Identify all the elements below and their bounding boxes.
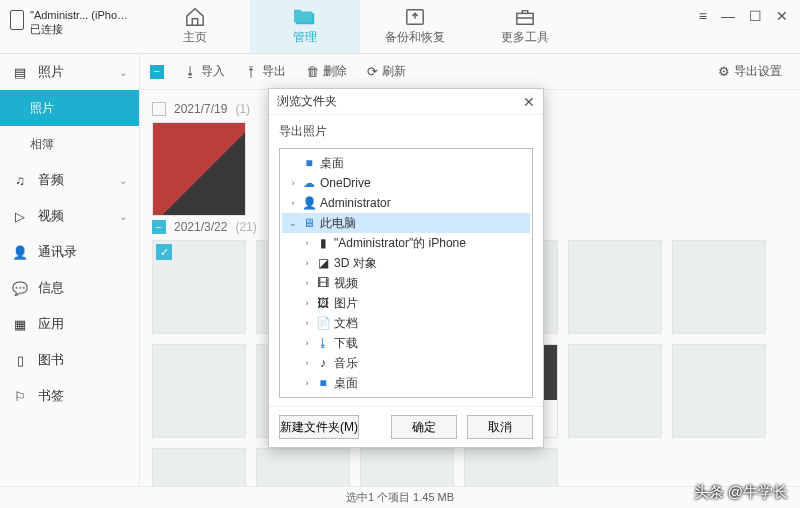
video-icon: 🎞 (316, 276, 330, 290)
browse-folder-dialog: 浏览文件夹 ✕ 导出照片 ■桌面 ›☁OneDrive ›👤Administra… (268, 88, 544, 448)
watermark: 头条 @牛学长 (694, 483, 788, 502)
tree-node-iphone[interactable]: ›▮"Administrator"的 iPhone (282, 233, 530, 253)
tree-node-onedrive[interactable]: ›☁OneDrive (282, 173, 530, 193)
desktop-icon: ■ (316, 376, 330, 390)
tree-node-music[interactable]: ›♪音乐 (282, 353, 530, 373)
desktop-icon: ■ (302, 156, 316, 170)
cloud-icon: ☁ (302, 176, 316, 190)
drive-icon: ⊟ (316, 396, 330, 398)
folder-tree[interactable]: ■桌面 ›☁OneDrive ›👤Administrator ⌄🖥此电脑 ›▮"… (279, 148, 533, 398)
tree-node-user[interactable]: ›👤Administrator (282, 193, 530, 213)
download-icon: ⭳ (316, 336, 330, 350)
user-icon: 👤 (302, 196, 316, 210)
dialog-subtitle: 导出照片 (269, 115, 543, 148)
dialog-buttons: 新建文件夹(M) 确定 取消 (269, 406, 543, 447)
cancel-button[interactable]: 取消 (467, 415, 533, 439)
tree-node-disk-c[interactable]: ›⊟本地磁盘 (C:) (282, 393, 530, 398)
phone-icon: ▮ (316, 236, 330, 250)
pictures-icon: 🖼 (316, 296, 330, 310)
ok-button[interactable]: 确定 (391, 415, 457, 439)
tree-node-thispc[interactable]: ⌄🖥此电脑 (282, 213, 530, 233)
tree-node-pictures[interactable]: ›🖼图片 (282, 293, 530, 313)
tree-node-documents[interactable]: ›📄文档 (282, 313, 530, 333)
tree-node-downloads[interactable]: ›⭳下载 (282, 333, 530, 353)
tree-node-desktop[interactable]: ■桌面 (282, 153, 530, 173)
dialog-close-icon[interactable]: ✕ (523, 94, 535, 110)
cube-icon: ◪ (316, 256, 330, 270)
pc-icon: 🖥 (302, 216, 316, 230)
tree-node-3dobjects[interactable]: ›◪3D 对象 (282, 253, 530, 273)
tree-node-videos[interactable]: ›🎞视频 (282, 273, 530, 293)
tree-node-desktop2[interactable]: ›■桌面 (282, 373, 530, 393)
dialog-title-bar: 浏览文件夹 ✕ (269, 89, 543, 115)
music-icon: ♪ (316, 356, 330, 370)
document-icon: 📄 (316, 316, 330, 330)
new-folder-button[interactable]: 新建文件夹(M) (279, 415, 359, 439)
